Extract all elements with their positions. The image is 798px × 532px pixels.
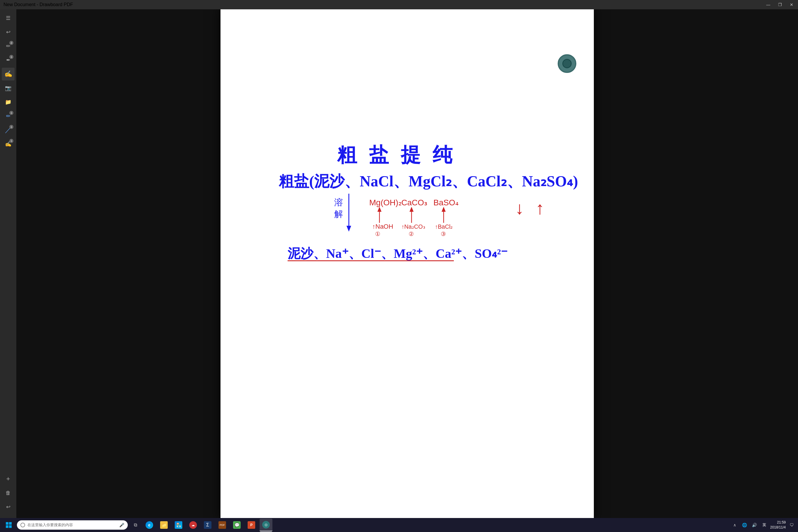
reagent-baso4: BaSO₄ bbox=[433, 198, 458, 207]
network-icon: 🌐 bbox=[742, 522, 747, 527]
fab-inner bbox=[562, 59, 572, 68]
volume-icon: 🔊 bbox=[752, 522, 757, 527]
edge-icon: e bbox=[146, 521, 153, 529]
wechat-icon: 💬 bbox=[233, 521, 241, 529]
notification-button[interactable]: 🗨 bbox=[787, 521, 796, 529]
tray-volume[interactable]: 🔊 bbox=[750, 521, 759, 529]
sidebar-camera[interactable]: 📷 bbox=[2, 82, 15, 95]
reagent2-label: ↑Na₂CO₃ bbox=[401, 223, 425, 230]
close-button[interactable]: ✕ bbox=[788, 2, 795, 7]
drawboard-icon: ◎ bbox=[262, 521, 270, 529]
pen2-badge: 2 bbox=[10, 41, 14, 45]
menu-icon: ☰ bbox=[6, 15, 11, 21]
tray-expand-icon: ∧ bbox=[733, 522, 736, 527]
undo-icon: ↩ bbox=[6, 29, 11, 35]
taskbar: 在这里输入你要搜索的内容 🎤 ⧉ e 📁 🏪 ☁ Σ PDF 💬 P ◎ ∧ 🌐 bbox=[0, 518, 798, 532]
title-text: 粗 盐 提 纯 bbox=[337, 144, 456, 166]
ppt-icon: P bbox=[248, 521, 255, 529]
svg-marker-5 bbox=[410, 207, 414, 212]
sidebar-pen-active[interactable]: ✍ bbox=[2, 68, 15, 80]
tray-up-arrow[interactable]: ∧ bbox=[730, 521, 739, 529]
back-button[interactable]: ↩ bbox=[2, 500, 15, 513]
taskbar-search[interactable]: 在这里输入你要搜索的内容 🎤 bbox=[17, 520, 128, 530]
tray-clock[interactable]: 21:59 2018/11/4 bbox=[770, 520, 786, 530]
dissolve-label2: 解 bbox=[334, 209, 343, 219]
sidebar-tool[interactable]: ✍ 1 bbox=[2, 138, 15, 151]
maximize-button[interactable]: ❐ bbox=[777, 2, 783, 7]
sigma-icon: Σ bbox=[204, 521, 211, 529]
pinned-ppt[interactable]: P bbox=[245, 518, 258, 531]
pen-active-icon: ✍ bbox=[4, 70, 12, 78]
search-placeholder: 在这里输入你要搜索的内容 bbox=[27, 522, 117, 528]
sidebar-bottom: + 🗑 ↩ bbox=[2, 473, 15, 516]
system-tray: ∧ 🌐 🔊 英 21:59 2018/11/4 🗨 bbox=[730, 520, 796, 530]
dissolve-label: 溶 bbox=[334, 197, 343, 207]
task-view-button[interactable]: ⧉ bbox=[130, 520, 141, 530]
windows-logo bbox=[6, 522, 12, 528]
result-text: 泥沙、Na⁺、Cl⁻、Mg²⁺、Ca²⁺、SO₄²⁻ bbox=[288, 246, 508, 261]
delete-page-button[interactable]: 🗑 bbox=[2, 487, 15, 499]
netease-icon: ☁ bbox=[189, 521, 197, 529]
clock-time: 21:59 bbox=[770, 520, 786, 525]
pinned-drawboard[interactable]: ◎ bbox=[260, 518, 272, 531]
circle3: ③ bbox=[441, 231, 446, 237]
back-icon: ↩ bbox=[6, 504, 11, 510]
pinned-explorer[interactable]: 📁 bbox=[157, 518, 170, 531]
sidebar-eraser[interactable]: ✏ 1 bbox=[2, 110, 15, 122]
tool-badge: 1 bbox=[10, 139, 14, 143]
camera-icon: 📷 bbox=[5, 85, 12, 91]
circle1: ① bbox=[375, 231, 380, 237]
notification-icon: 🗨 bbox=[790, 522, 794, 527]
pinned-sigma[interactable]: Σ bbox=[201, 518, 214, 531]
eraser-badge: 1 bbox=[10, 111, 14, 115]
mic-icon: 🎤 bbox=[119, 522, 124, 527]
pinned-pdf[interactable]: PDF bbox=[216, 518, 229, 531]
window-controls: — ❐ ✕ bbox=[765, 2, 795, 7]
titlebar: New Document - Drawboard PDF — ❐ ✕ bbox=[0, 0, 798, 10]
sidebar-pen1[interactable]: ✒ 1 bbox=[2, 54, 15, 66]
subtitle-text: 粗盐(泥沙、NaCl、MgCl₂、CaCl₂、Na₂SO₄) bbox=[279, 173, 578, 190]
input-method-label: 英 bbox=[762, 522, 766, 528]
sidebar-folder[interactable]: 📁 bbox=[2, 96, 15, 109]
line-badge: 1 bbox=[10, 125, 14, 129]
main-content: 粗 盐 提 纯 粗盐(泥沙、NaCl、MgCl₂、CaCl₂、Na₂SO₄) 溶… bbox=[16, 10, 798, 518]
folder-icon: 📁 bbox=[5, 99, 12, 105]
pdf-icon: PDF bbox=[218, 521, 226, 529]
minimize-button[interactable]: — bbox=[765, 2, 771, 7]
reagent1-label: ↑NaOH bbox=[372, 223, 393, 230]
red-arrow-up: ↑ bbox=[535, 198, 544, 218]
svg-marker-1 bbox=[346, 226, 351, 232]
reagent3-label: ↑BaCl₂ bbox=[435, 223, 453, 230]
pinned-edge[interactable]: e bbox=[143, 518, 156, 531]
reagent-caco3: CaCO₃ bbox=[401, 198, 427, 207]
svg-marker-7 bbox=[442, 207, 446, 212]
fab-button[interactable] bbox=[558, 54, 576, 73]
pinned-wechat[interactable]: 💬 bbox=[230, 518, 243, 531]
window-title: New Document - Drawboard PDF bbox=[3, 2, 73, 7]
pen1-badge: 1 bbox=[10, 55, 14, 59]
handwriting-layer: 粗 盐 提 纯 粗盐(泥沙、NaCl、MgCl₂、CaCl₂、Na₂SO₄) 溶… bbox=[221, 7, 594, 520]
tray-network[interactable]: 🌐 bbox=[741, 521, 749, 529]
svg-marker-3 bbox=[377, 207, 381, 212]
clock-date: 2018/11/4 bbox=[770, 525, 786, 530]
trash-icon: 🗑 bbox=[5, 490, 11, 496]
reagent-mgoh2: Mg(OH)₂ bbox=[369, 198, 402, 207]
sidebar-undo[interactable]: ↩ bbox=[2, 26, 15, 38]
red-arrow-down: ↓ bbox=[515, 198, 524, 218]
circle2: ② bbox=[408, 231, 414, 237]
sidebar-line[interactable]: ／ 1 bbox=[2, 124, 15, 136]
add-page-button[interactable]: + bbox=[2, 473, 15, 485]
pinned-store[interactable]: 🏪 bbox=[172, 518, 185, 531]
task-view-icon: ⧉ bbox=[134, 522, 137, 528]
pinned-netease[interactable]: ☁ bbox=[187, 518, 200, 531]
tray-input-method[interactable]: 英 bbox=[760, 521, 768, 529]
sidebar-menu[interactable]: ☰ bbox=[2, 12, 15, 24]
sidebar: ☰ ↩ ✏ 2 ✒ 1 ✍ 📷 📁 ✏ 1 ／ 1 ✍ 1 + 🗑 ↩ bbox=[0, 10, 16, 518]
sidebar-pen2[interactable]: ✏ 2 bbox=[2, 40, 15, 53]
search-icon bbox=[20, 522, 25, 527]
store-icon: 🏪 bbox=[175, 521, 182, 529]
document-canvas[interactable]: 粗 盐 提 纯 粗盐(泥沙、NaCl、MgCl₂、CaCl₂、Na₂SO₄) 溶… bbox=[221, 7, 594, 520]
start-button[interactable] bbox=[2, 520, 15, 530]
explorer-icon: 📁 bbox=[160, 521, 168, 529]
add-icon: + bbox=[6, 475, 10, 483]
